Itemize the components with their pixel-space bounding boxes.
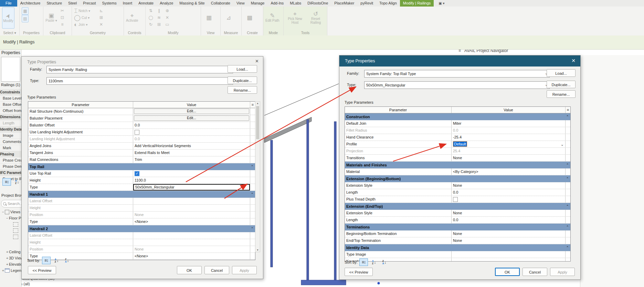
ribbon-item-[interactable]: ⇅ — [148, 7, 154, 14]
param-value[interactable] — [452, 258, 565, 261]
param-value[interactable]: 0.0 — [452, 189, 565, 196]
tab-structure[interactable]: Structure — [43, 0, 65, 7]
param-value[interactable]: Extend Rails to Meet — [133, 150, 250, 156]
tab-collaborate[interactable]: Collaborate — [208, 0, 233, 7]
family-select[interactable]: System Family: Railing⌄ — [46, 66, 233, 73]
tree-expander[interactable]: + — [6, 263, 9, 266]
tree-item-plan[interactable] — [10, 227, 22, 234]
collapse-chevron-icon[interactable]: ⌃ — [566, 163, 569, 167]
tab-placemaker[interactable]: PlaceMaker — [331, 0, 357, 7]
ok-button[interactable]: OK — [177, 266, 202, 274]
checkbox-unchecked[interactable] — [135, 130, 139, 135]
scrollbar-thumb[interactable] — [256, 106, 259, 139]
tab-view[interactable]: View — [233, 0, 248, 7]
ribbon-item-[interactable]: ▤ — [22, 15, 29, 22]
section-construction[interactable]: Construction⌃ — [345, 113, 570, 120]
ribbon-item-notch[interactable]: ⌶Notch ▾ — [74, 7, 96, 14]
rename-button[interactable]: Rename... — [547, 90, 576, 98]
ribbon-item-[interactable]: ⊞ — [98, 14, 104, 21]
edit-button[interactable]: Edit... — [134, 115, 249, 121]
ribbon-item-[interactable]: ≋ — [156, 14, 162, 21]
collapse-chevron-icon[interactable]: ⌃ — [566, 246, 569, 249]
duplicate-button[interactable]: Duplicate... — [547, 81, 576, 88]
ribbon-item-cut[interactable]: ◯Cut ▾ — [74, 14, 96, 21]
tree-item-views-all[interactable]: −Views (all) — [1, 209, 22, 215]
selected-profile-value[interactable]: Default — [453, 141, 467, 147]
param-value[interactable]: None — [452, 155, 565, 161]
type-select[interactable]: 50x50mm_Rectangular⌄ — [364, 81, 550, 89]
property-item-mark[interactable]: Mark — [0, 145, 22, 151]
ribbon-item-[interactable]: ▩ — [244, 7, 255, 28]
property-item-length[interactable]: Length — [0, 120, 22, 126]
collapse-chevron-icon[interactable]: ⌃ — [566, 115, 569, 119]
tab-topo-align[interactable]: Topo Align — [376, 0, 400, 7]
apply-button[interactable]: Apply — [550, 268, 575, 276]
tab-precast[interactable]: Precast — [80, 0, 99, 7]
section-top-rail[interactable]: Top Rail⌃ — [28, 163, 255, 170]
ribbon-item-[interactable]: ✕ — [164, 14, 170, 21]
checkbox-unchecked[interactable] — [453, 197, 458, 202]
tree-expander[interactable]: + — [1, 269, 5, 273]
section-extension-end-top[interactable]: Extension (End/Top)⌃ — [345, 203, 570, 210]
param-value[interactable]: 0.0 — [452, 217, 565, 223]
param-value[interactable]: 0.0 — [452, 127, 565, 134]
section-identity-data[interactable]: Identity Data⌃ — [345, 244, 570, 251]
ribbon-item-pick-new-host[interactable]: ⌖Pick New Host — [286, 7, 304, 28]
param-value[interactable]: 0.0 — [133, 136, 250, 142]
tab-mlabs[interactable]: MLabs — [287, 0, 304, 7]
collapse-chevron-icon[interactable]: ⌃ — [251, 192, 254, 196]
param-value[interactable]: Miter — [452, 120, 565, 127]
dialog-title-bar[interactable] — [339, 55, 580, 66]
ribbon-item-[interactable]: ⊡ — [59, 14, 65, 21]
param-value[interactable]: 50x50mm_Rectangular — [133, 184, 250, 191]
sort-default-icon[interactable]: ≡↕ — [359, 258, 368, 266]
ribbon-item-[interactable]: ✂ — [59, 7, 65, 14]
tab-file[interactable]: File — [0, 0, 17, 7]
ribbon-item-[interactable]: ✕ — [98, 21, 104, 28]
ribbon-item-reset-railing[interactable]: ↺Reset Railing — [306, 7, 325, 28]
section-materials-and-finishes[interactable]: Materials and Finishes⌃ — [345, 162, 570, 168]
ribbon-item-[interactable]: ↻ — [148, 21, 154, 28]
ribbon-item-[interactable]: ▭ — [164, 21, 170, 28]
sort-default-icon[interactable]: ≡↕ — [2, 178, 11, 186]
param-value[interactable]: -25.4 — [452, 134, 565, 141]
property-item-phase-demolished[interactable]: Phase Demolished — [0, 164, 22, 170]
param-value[interactable]: <By Category> — [452, 168, 565, 175]
close-icon[interactable]: ✕ — [255, 59, 259, 64]
sort-za-icon[interactable]: ZA↓ — [63, 257, 71, 264]
param-value[interactable] — [133, 239, 250, 246]
param-value[interactable]: Trim — [133, 156, 250, 163]
preview-button[interactable]: << Preview — [28, 266, 56, 274]
load-button[interactable]: Load... — [228, 65, 257, 73]
ribbon-item-[interactable]: ▦ — [203, 7, 215, 28]
tab-massing-site[interactable]: Massing & Site — [176, 0, 208, 7]
tab-annotate[interactable]: Annotate — [135, 0, 157, 7]
param-value[interactable] — [133, 232, 250, 239]
sort-az-icon[interactable]: AZ↓ — [52, 257, 61, 264]
tab-architecture[interactable]: Architecture — [17, 0, 44, 7]
param-value[interactable] — [133, 205, 250, 211]
selection-label[interactable]: Railings (1) — [1, 83, 20, 87]
property-item-image[interactable]: Image — [0, 133, 22, 139]
property-item-offset-from-path[interactable]: Offset from Path — [0, 108, 22, 114]
apply-button[interactable]: Apply — [232, 266, 257, 274]
param-value[interactable]: None — [452, 237, 565, 244]
tree-item-elevations-building-elevation[interactable]: +Elevations (Building Elevation) — [6, 261, 22, 267]
ribbon-item-[interactable]: ◯ — [148, 14, 154, 21]
collapse-chevron-icon[interactable]: ⌃ — [566, 177, 569, 181]
tree-expander[interactable]: + — [6, 256, 9, 260]
param-value[interactable]: Edit... — [133, 115, 250, 122]
ribbon-item-paste[interactable]: ▣Paste ▾ — [45, 7, 57, 28]
tab-systems[interactable]: Systems — [99, 0, 119, 7]
tab-steel[interactable]: Steel — [65, 0, 80, 7]
edit-button[interactable]: Edit... — [134, 109, 249, 114]
tree-item-plan[interactable] — [10, 234, 22, 240]
tree-expander[interactable]: − — [1, 210, 5, 214]
ribbon-display-toggle-icon[interactable]: ▣ ▾ — [439, 0, 444, 7]
ribbon-item-[interactable]: ≡ — [59, 21, 65, 28]
selected-type-value[interactable]: 50x50mm_Rectangular — [133, 184, 250, 191]
section-terminations[interactable]: Terminations⌃ — [345, 224, 570, 230]
tab-insert[interactable]: Insert — [120, 0, 136, 7]
tree-expander[interactable]: + — [6, 250, 9, 254]
property-item-comments[interactable]: Comments — [0, 139, 22, 145]
